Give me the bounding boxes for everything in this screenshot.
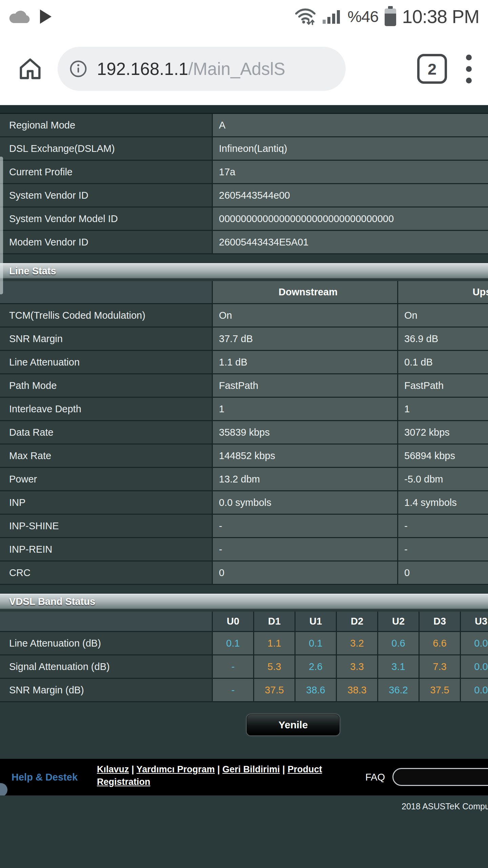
downstream-value: 0.0 symbols [213, 491, 398, 514]
vdsl-rows: Line Attenuation (dB) 0.1 1.1 0.1 3.2 0.… [0, 632, 488, 702]
table-row: System Vendor Model ID 00000000000000000… [0, 208, 488, 231]
row-label: Max Rate [0, 445, 213, 467]
section-title: VDSL Band Status [9, 596, 95, 607]
clipped-row-band [0, 105, 488, 114]
table-row: Line Attenuation (dB) 0.1 1.1 0.1 3.2 0.… [0, 632, 488, 655]
footer-link[interactable]: Geri Bildirimi [222, 764, 280, 774]
row-label: TCM(Trellis Coded Modulation) [0, 304, 213, 327]
line-stats-table: Downstream Upstream TCM(Trellis Coded Mo… [0, 281, 488, 585]
faq-search-box[interactable] [392, 768, 488, 786]
link-separator: | [215, 764, 223, 774]
band-value-d1: 1.1 [254, 632, 296, 654]
row-label: DSL Exchange(DSLAM) [0, 137, 213, 160]
tab-count: 2 [428, 60, 436, 78]
footer-link[interactable]: Yardımcı Program [137, 764, 215, 774]
tab-switcher-button[interactable]: 2 [417, 54, 447, 84]
downstream-value: 144852 kbps [213, 445, 398, 467]
row-label: INP-SHINE [0, 515, 213, 537]
cloud-icon [9, 9, 31, 24]
band-value-u1: 2.6 [296, 655, 337, 678]
faq-search-input[interactable] [393, 772, 488, 782]
band-value-u3: 0.0 [461, 655, 488, 678]
android-screen: %46 10:38 PM 192.168.1.1/Main_AdslS 2 [0, 0, 488, 868]
vdsl-band-section-header: VDSL Band Status [0, 594, 488, 609]
band-value-u2: 3.1 [378, 655, 420, 678]
band-value-d2: 38.3 [337, 679, 378, 701]
table-row: Power 13.2 dbm -5.0 dbm [0, 468, 488, 491]
help-icon [0, 783, 7, 796]
table-row: CRC 0 0 [0, 561, 488, 585]
row-label: Data Rate [0, 421, 213, 443]
upstream-value: 1 [398, 398, 488, 420]
band-value-u1: 0.1 [296, 632, 337, 654]
row-label: Current Profile [0, 161, 213, 183]
downstream-value: 13.2 dbm [213, 468, 398, 490]
menu-dot [466, 66, 472, 72]
url-path: /Main_AdslS [188, 59, 285, 79]
band-value-u3: 0.0 [461, 632, 488, 654]
table-row: Path Mode FastPath FastPath [0, 374, 488, 398]
url-text[interactable]: 192.168.1.1/Main_AdslS [97, 59, 285, 79]
vdsl-band-table: U0 D1 U1 D2 U2 D3 U3 Line Atten [0, 612, 488, 702]
wifi-icon [295, 7, 316, 26]
table-row: System Vendor ID 2605443544e00 [0, 184, 488, 208]
row-label: Line Attenuation [0, 351, 213, 373]
band-value-u2: 36.2 [378, 679, 420, 701]
upstream-value: -5.0 dbm [398, 468, 488, 490]
row-label: Path Mode [0, 374, 213, 397]
table-row: DSL Exchange(DSLAM) Infineon(Lantiq) [0, 137, 488, 161]
row-label: Regional Mode [0, 114, 213, 136]
page-scrollbar[interactable] [0, 157, 3, 294]
table-row: Modem Vendor ID 26005443434E5A01 [0, 231, 488, 254]
copyright-text: 2018 ASUSTeK Compu [0, 802, 488, 811]
page-info-icon[interactable] [68, 59, 88, 79]
refresh-button[interactable]: Yenile [247, 714, 340, 735]
band-value-d3: 7.3 [420, 655, 461, 678]
upstream-value: 1.4 symbols [398, 491, 488, 514]
downstream-value: On [213, 304, 398, 327]
help-support-link[interactable]: Help & Destek [12, 772, 78, 783]
footer-links: Kılavuz | Yardımcı Program | Geri Bildir… [97, 763, 334, 788]
menu-dot [466, 78, 472, 83]
row-value: A [213, 114, 488, 136]
menu-dot [466, 55, 472, 60]
band-value-u0: - [213, 679, 254, 701]
downstream-value: - [213, 515, 398, 537]
band-value-d1: 5.3 [254, 655, 296, 678]
downstream-value: - [213, 538, 398, 560]
band-value-u3: 0.0 [461, 679, 488, 701]
row-label: INP-REIN [0, 538, 213, 560]
row-label: Signal Attenuation (dB) [0, 655, 213, 678]
band-value-d1: 37.5 [254, 679, 296, 701]
line-stats-rows: TCM(Trellis Coded Modulation) On On SNR … [0, 304, 488, 585]
table-row: SNR Margin (dB) - 37.5 38.6 38.3 36.2 37… [0, 679, 488, 702]
upstream-value: 36.9 dB [398, 328, 488, 350]
footer-link[interactable]: Kılavuz [97, 764, 129, 774]
system-status-icons: %46 10:38 PM [295, 6, 480, 27]
downstream-value: 0 [213, 561, 398, 584]
table-row: TCM(Trellis Coded Modulation) On On [0, 304, 488, 328]
row-label: SNR Margin [0, 328, 213, 350]
upstream-value: 0 [398, 561, 488, 584]
home-button[interactable] [12, 50, 49, 87]
url-host: 192.168.1.1 [97, 59, 188, 79]
band-column-header: U2 [378, 612, 420, 631]
table-row: Max Rate 144852 kbps 56894 kbps [0, 445, 488, 468]
row-label: Interleave Depth [0, 398, 213, 420]
upstream-value: 0.1 dB [398, 351, 488, 373]
link-separator: | [280, 764, 288, 774]
upstream-value: - [398, 515, 488, 537]
overflow-menu-button[interactable] [461, 50, 476, 88]
row-label: INP [0, 491, 213, 514]
battery-icon [385, 8, 396, 26]
section-title: Line Stats [9, 265, 56, 277]
cellular-signal-icon [322, 9, 342, 24]
band-column-header: D2 [337, 612, 378, 631]
band-value-d2: 3.3 [337, 655, 378, 678]
row-value: 26005443434E5A01 [213, 231, 488, 253]
row-value: 2605443544e00 [213, 184, 488, 206]
row-value: 17a [213, 161, 488, 183]
band-value-d3: 6.6 [420, 632, 461, 654]
downstream-value: 1.1 dB [213, 351, 398, 373]
address-bar[interactable]: 192.168.1.1/Main_AdslS [58, 47, 346, 91]
